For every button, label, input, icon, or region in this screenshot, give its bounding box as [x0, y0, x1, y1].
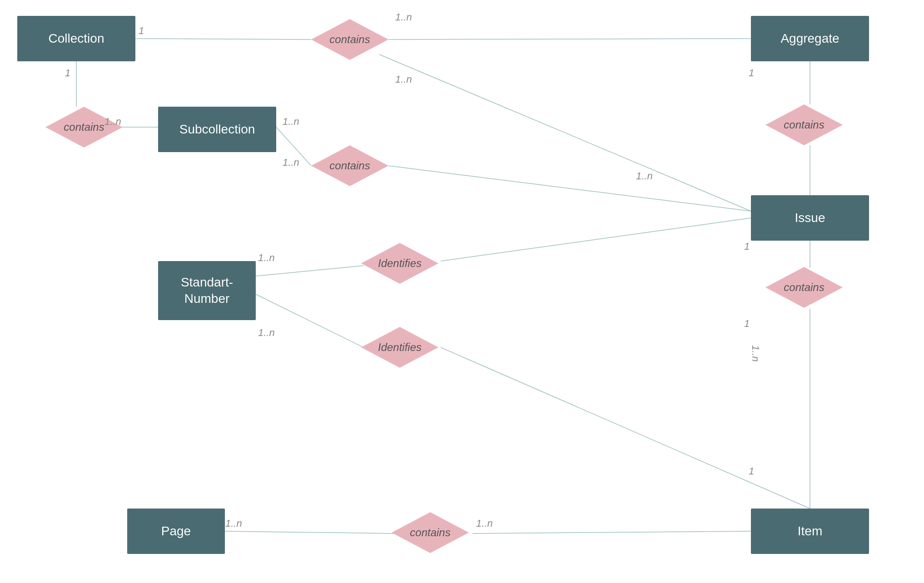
- entity-page: Page: [127, 509, 225, 554]
- mult-5: 1: [749, 67, 754, 79]
- diamond-contains-issue: contains: [765, 267, 843, 308]
- entity-aggregate: Aggregate: [751, 16, 869, 61]
- entity-standart-number: Standart-Number: [158, 261, 256, 320]
- svg-line-1: [388, 39, 751, 40]
- mult-13: 1: [744, 318, 750, 330]
- svg-line-6: [379, 54, 751, 211]
- diamond-contains-right: contains: [765, 104, 843, 145]
- svg-line-12: [441, 218, 751, 261]
- svg-line-7: [388, 166, 751, 211]
- svg-line-13: [256, 294, 363, 347]
- mult-4: 1..n: [104, 116, 121, 128]
- svg-line-14: [441, 347, 810, 509]
- mult-3: 1: [65, 67, 70, 79]
- diamond-contains-page: contains: [392, 512, 469, 553]
- mult-1: 1: [139, 25, 144, 37]
- svg-line-15: [225, 531, 395, 534]
- svg-line-16: [472, 531, 751, 534]
- mult-8: 1..n: [283, 157, 299, 168]
- diamond-contains-sub: contains: [311, 145, 388, 186]
- svg-line-0: [135, 39, 311, 40]
- mult-7: 1..n: [395, 74, 412, 85]
- svg-line-11: [256, 266, 363, 276]
- mult-6: 1..n: [283, 116, 299, 128]
- entity-collection: Collection: [17, 16, 135, 61]
- mult-12: 1: [744, 241, 750, 252]
- mult-2: 1..n: [395, 11, 412, 23]
- mult-10: 1..n: [258, 252, 275, 264]
- diamond-identifies-bot: Identifies: [361, 327, 438, 368]
- mult-14: 1..n: [750, 345, 761, 362]
- entity-issue: Issue: [751, 195, 869, 241]
- mult-15: 1: [749, 465, 754, 477]
- mult-11: 1..n: [258, 327, 275, 339]
- mult-17: 1..n: [476, 518, 493, 529]
- mult-16: 1..n: [225, 518, 242, 529]
- entity-subcollection: Subcollection: [158, 107, 276, 152]
- entity-item: Item: [751, 509, 869, 554]
- diamond-identifies-top: Identifies: [361, 243, 438, 284]
- diamond-contains-top: contains: [311, 19, 388, 60]
- mult-9: 1..n: [636, 170, 653, 182]
